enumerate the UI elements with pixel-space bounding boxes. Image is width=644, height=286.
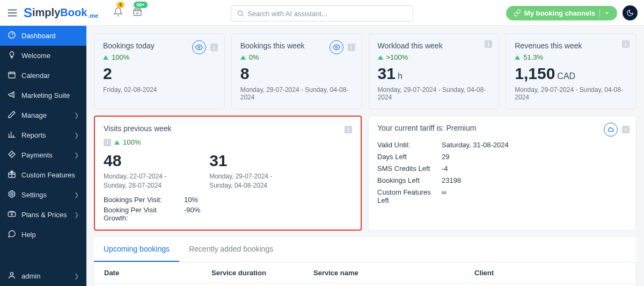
payments-icon: [8, 150, 16, 160]
stat-range: Monday, 29-07-2024 - Sunday, 04-08-2024: [515, 86, 627, 101]
booking-channels-label: My booking channels: [524, 9, 595, 17]
brand-logo[interactable]: SimplyBook.me: [24, 5, 98, 20]
pencil-icon: [8, 110, 16, 120]
tariff-key: SMS Credits Left: [377, 165, 442, 173]
sidebar-item-reports[interactable]: Reports❯: [0, 125, 86, 145]
sidebar-item-label: Calendar: [21, 72, 50, 80]
theme-toggle-button[interactable]: [623, 5, 638, 20]
visit-column: 48Monday, 22-07-2024 -Sunday, 28-07-2024: [104, 152, 166, 190]
visit-column: 31Monday, 29-07-2024 -Sunday, 04-08-2024: [209, 152, 272, 190]
tariff-value: Saturday, 31-08-2024: [442, 141, 509, 149]
sidebar-item-marketing-suite[interactable]: Marketing Suite: [0, 85, 86, 105]
search-icon: [237, 10, 244, 17]
chevron-right-icon: ❯: [74, 211, 79, 218]
sidebar-item-plans-&-prices[interactable]: Plans & Prices❯: [0, 205, 86, 225]
tariff-row: SMS Credits Left-4: [377, 165, 627, 173]
stat-value: 2: [103, 65, 112, 83]
visit-value: 31: [209, 152, 272, 170]
calendar-icon: [8, 70, 16, 81]
sidebar-item-custom-features[interactable]: Custom Features: [0, 165, 86, 185]
stat-change: 0%: [240, 53, 353, 61]
sidebar-item-label: Marketing Suite: [21, 91, 70, 99]
svg-rect-6: [8, 212, 15, 217]
notifications-badge: 5: [116, 2, 125, 8]
sidebar-item-label: Plans & Prices: [21, 211, 67, 219]
sidebar-item-manage[interactable]: Manage❯: [0, 105, 86, 125]
calendar-notifications-button[interactable]: 99+: [133, 7, 142, 18]
user-icon: [8, 271, 16, 281]
info-icon[interactable]: i: [345, 126, 352, 133]
col-duration-header: Service duration: [211, 269, 313, 277]
sidebar: DashboardWelcomeCalendarMarketing SuiteM…: [0, 26, 86, 286]
booking-channels-button[interactable]: My booking channels: [506, 6, 617, 20]
notifications-button[interactable]: 5: [113, 7, 123, 18]
stat-range: Monday, 29-07-2024 - Sunday, 04-08-2024: [240, 86, 353, 101]
growth-value: -90%: [184, 206, 200, 222]
bpv-label: Bookings Per Visit:: [104, 196, 173, 204]
info-icon[interactable]: i: [622, 126, 630, 133]
stat-card: Revenues this week i 51.3% 1,150CAD Mond…: [506, 33, 636, 109]
sidebar-item-label: admin: [21, 272, 40, 280]
eye-icon[interactable]: [192, 40, 206, 54]
sidebar-item-dashboard[interactable]: Dashboard: [0, 26, 86, 46]
sidebar-item-label: Dashboard: [21, 32, 56, 40]
search-input[interactable]: Search with AI assistant...: [231, 5, 413, 22]
svg-point-7: [11, 213, 13, 215]
tariff-row: Bookings Left23198: [377, 176, 627, 184]
stat-unit: h: [398, 72, 402, 81]
chevron-right-icon: ❯: [74, 152, 79, 159]
tab-recent[interactable]: Recently added bookings: [179, 237, 283, 262]
gear-icon: [8, 190, 16, 200]
chevron-right-icon: ❯: [74, 273, 79, 280]
visits-card: Visits previous week i i 100% 48Monday, …: [94, 116, 362, 231]
info-icon[interactable]: i: [485, 40, 492, 48]
stat-range: Friday, 02-08-2024: [103, 86, 216, 94]
info-icon[interactable]: i: [348, 44, 355, 51]
tariff-value: -4: [442, 165, 448, 173]
tariff-key: Bookings Left: [377, 176, 442, 184]
sidebar-item-settings[interactable]: Settings❯: [0, 185, 86, 205]
svg-rect-0: [134, 9, 141, 16]
visit-range: Monday, 29-07-2024 -Sunday, 04-08-2024: [209, 172, 272, 190]
stat-card: Workload this week i >100% 31h Monday, 2…: [369, 33, 500, 109]
help-icon: [8, 230, 16, 240]
sidebar-item-payments[interactable]: Payments❯: [0, 145, 86, 165]
stat-value: 1,150: [515, 65, 555, 83]
chevron-down-icon: [604, 10, 610, 16]
sidebar-item-welcome[interactable]: Welcome: [0, 46, 86, 66]
svg-point-1: [238, 11, 242, 15]
up-arrow-icon: [103, 55, 108, 60]
stat-range: Monday, 29-07-2024 - Sunday, 04-08-2024: [378, 86, 491, 101]
gift-icon: [8, 170, 16, 180]
stat-value: 8: [240, 65, 250, 83]
chevron-right-icon: ❯: [74, 112, 79, 119]
chevron-right-icon: ❯: [74, 132, 79, 139]
eye-icon[interactable]: [330, 40, 343, 54]
info-icon[interactable]: i: [210, 44, 218, 51]
info-icon[interactable]: i: [104, 139, 111, 146]
sidebar-item-help[interactable]: Help: [0, 225, 86, 245]
info-icon[interactable]: i: [622, 40, 630, 48]
table-header-row: Date Service duration Service name Clien…: [94, 262, 636, 284]
tariff-title: Your current tariff is: Premium: [377, 124, 627, 132]
tab-upcoming[interactable]: Upcoming bookings: [94, 237, 179, 262]
sidebar-item-label: Welcome: [21, 52, 50, 60]
search-placeholder: Search with AI assistant...: [247, 10, 327, 18]
svg-point-8: [10, 273, 13, 275]
table-row: Friday, 02-08-2024 04:00 PM - 10:00 AM T…: [94, 284, 636, 286]
cloud-icon[interactable]: [604, 123, 618, 137]
sidebar-item-calendar[interactable]: Calendar: [0, 66, 86, 85]
bulb-icon: [8, 51, 16, 61]
sidebar-item-label: Reports: [21, 131, 46, 139]
chart-icon: [8, 130, 16, 140]
menu-toggle-icon[interactable]: [6, 7, 18, 19]
svg-point-5: [11, 193, 13, 195]
sidebar-item-label: Help: [21, 231, 36, 239]
tariff-row: Days Left29: [377, 153, 627, 161]
sidebar-item-label: Manage: [21, 111, 47, 119]
tariff-row: Custom Features Left∞: [377, 188, 627, 204]
stat-change: 100%: [103, 53, 216, 61]
up-arrow-icon: [378, 55, 383, 60]
sidebar-item-admin[interactable]: admin❯: [0, 266, 86, 286]
svg-point-10: [335, 46, 338, 48]
